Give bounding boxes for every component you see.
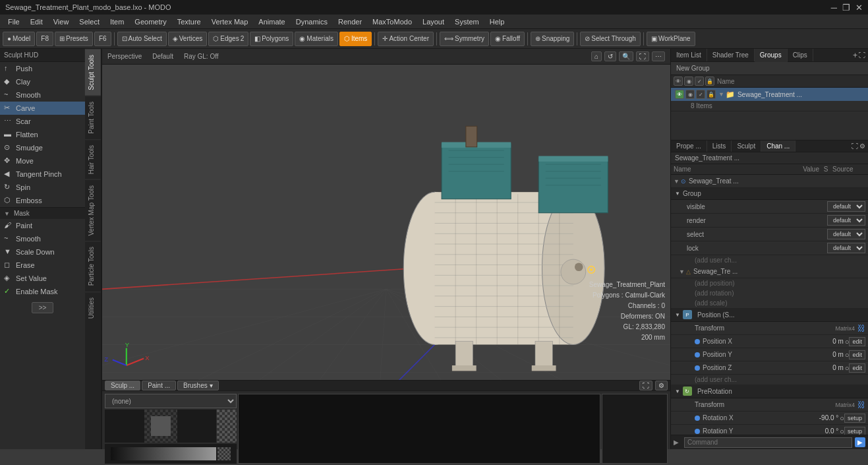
expand-cmd-icon[interactable]: ▶ (674, 439, 679, 446)
props-settings-btn[interactable]: ⚙ (859, 142, 865, 150)
snapping-btn[interactable]: ⊕ Snapping (531, 32, 574, 46)
symmetry-btn[interactable]: ⟺ Symmetry (440, 32, 489, 46)
close-btn[interactable]: ✕ (855, 3, 863, 13)
none-select[interactable]: (none) (105, 394, 237, 408)
prop-visible-dropdown[interactable]: default (827, 201, 865, 212)
tool-carve[interactable]: ✂ Carve (0, 102, 85, 115)
bottom-expand-btn[interactable]: ⛶ (639, 381, 652, 390)
menu-select[interactable]: Select (74, 16, 105, 27)
sewage-tre-row[interactable]: ▼ △ Sewage_Tre ... (671, 265, 868, 278)
prop-rot-x[interactable]: Rotation X -90.0 ° ○ setup (671, 412, 868, 425)
tab-shader-tree[interactable]: Shader Tree (707, 49, 755, 61)
menu-system[interactable]: System (449, 16, 484, 27)
item-sel-icon[interactable]: ✓ (696, 90, 705, 99)
props-expand-btn[interactable]: ⛶ (852, 142, 858, 150)
props-tab-sculpt[interactable]: Sculpt (732, 140, 761, 152)
tool-smooth[interactable]: ~ Smooth (0, 88, 85, 102)
vert-tab-utilities[interactable]: Utilities (85, 292, 101, 324)
falloff-btn[interactable]: ◉ Falloff (490, 32, 525, 46)
prop-pos-x[interactable]: Position X 0 m ○ edit (671, 335, 868, 348)
tool-move[interactable]: ✥ Move (0, 154, 85, 168)
menu-maxtomodo[interactable]: MaxToModo (367, 16, 417, 27)
add-scale[interactable]: (add scale) (671, 298, 868, 308)
menu-render[interactable]: Render (333, 16, 367, 27)
prop-pos-y[interactable]: Position Y 0 m ○ edit (671, 348, 868, 361)
props-tab-properties[interactable]: Prope ... (671, 140, 707, 152)
expand-right-btn[interactable]: ⛶ (859, 51, 865, 59)
mask-toggle-arrow[interactable]: ▼ (4, 210, 10, 217)
vp-refresh-btn[interactable]: ↺ (604, 51, 616, 61)
prop-lock-dropdown[interactable]: default (827, 243, 865, 253)
props-tab-channels[interactable]: Chan ... (761, 140, 796, 152)
model-mode-btn[interactable]: ● Model (3, 32, 35, 46)
menu-view[interactable]: View (48, 16, 74, 27)
prop-pos-z[interactable]: Position Z 0 m ○ edit (671, 361, 868, 375)
select-through-btn[interactable]: ⊘ Select Through (580, 32, 641, 46)
prop-render[interactable]: render default (671, 214, 868, 228)
tool-flatten[interactable]: ▬ Flatten (0, 128, 85, 141)
f8-btn[interactable]: F8 (36, 32, 53, 46)
pos-z-edit-btn[interactable]: edit (849, 363, 865, 373)
viewport-3d[interactable]: Perspective Default Ray GL: Off ⌂ ↺ 🔍 ⛶ … (102, 49, 670, 380)
group-add-user-ch[interactable]: (add user ch... (671, 255, 868, 265)
command-input[interactable] (684, 437, 852, 448)
pos-add-user-ch[interactable]: (add user ch... (671, 375, 868, 385)
presets-btn[interactable]: ⊞ Presets (55, 32, 93, 46)
vert-tab-sculpt-tools[interactable]: Sculpt Tools (85, 49, 101, 96)
menu-item[interactable]: Item (105, 16, 129, 27)
maximize-btn[interactable]: ❐ (842, 3, 850, 13)
tree-root-arrow[interactable]: ▼ (674, 178, 680, 185)
vp-more-btn[interactable]: ⋯ (652, 51, 665, 61)
item-lock-icon[interactable]: 🔒 (707, 90, 716, 99)
vert-tab-vertex-map-tools[interactable]: Vertex Map Tools (85, 179, 101, 241)
menu-texture[interactable]: Texture (172, 16, 206, 27)
menu-vertex-map[interactable]: Vertex Map (206, 16, 254, 27)
vp-home-btn[interactable]: ⌂ (591, 51, 602, 61)
rot-x-setup-btn[interactable]: setup (844, 414, 865, 423)
menu-animate[interactable]: Animate (253, 16, 290, 27)
prerotation-section[interactable]: ▼ ↻ PreRotation (671, 385, 868, 398)
rot-y-setup-btn[interactable]: setup (844, 427, 865, 435)
polygons-btn[interactable]: ◧ Polygons (250, 32, 293, 46)
prop-lock[interactable]: lock default (671, 241, 868, 255)
vert-tab-paint-tools[interactable]: Paint Tools (85, 96, 101, 139)
pos-x-edit-btn[interactable]: edit (849, 337, 865, 346)
action-center-btn[interactable]: ✛ Action Center (378, 32, 434, 46)
add-tab-btn[interactable]: + (853, 51, 857, 60)
tool-mask-paint[interactable]: 🖌 Paint (0, 219, 85, 232)
menu-layout[interactable]: Layout (417, 16, 449, 27)
tab-clips[interactable]: Clips (788, 49, 813, 61)
vis-sel-btn[interactable]: ✓ (695, 77, 704, 86)
prop-render-dropdown[interactable]: default (827, 215, 865, 226)
menu-edit[interactable]: Edit (25, 16, 48, 27)
position-section[interactable]: ▼ P Position (S... (671, 308, 868, 322)
tool-smudge[interactable]: ⊙ Smudge (0, 141, 85, 154)
auto-select-btn[interactable]: ⊡ Auto Select (117, 32, 167, 46)
tool-clay[interactable]: ◆ Clay (0, 75, 85, 88)
tab-item-list[interactable]: Item List (671, 49, 707, 61)
prop-select[interactable]: select default (671, 228, 868, 241)
tool-tangent-pinch[interactable]: ◀ Tangent Pinch (0, 168, 85, 181)
tool-push[interactable]: ↑ Push (0, 62, 85, 75)
pos-y-edit-btn[interactable]: edit (849, 350, 865, 359)
vertices-btn[interactable]: ◈ Vertices (168, 32, 208, 46)
tool-spin[interactable]: ↻ Spin (0, 181, 85, 194)
items-btn[interactable]: ⬡ Items (339, 32, 372, 46)
tool-scar[interactable]: ⋯ Scar (0, 115, 85, 128)
menu-file[interactable]: File (3, 16, 25, 27)
f6-btn[interactable]: F6 (94, 32, 111, 46)
tool-enable-mask[interactable]: ✓ Enable Mask (0, 285, 85, 298)
tool-scale-down[interactable]: ▼ Scale Down (0, 245, 85, 259)
item-render-icon[interactable]: ◉ (685, 90, 695, 99)
tool-erase[interactable]: ◻ Erase (0, 259, 85, 272)
props-tab-lists[interactable]: Lists (707, 140, 732, 152)
bottom-settings-btn[interactable]: ⚙ (655, 381, 668, 390)
minimize-btn[interactable]: ─ (831, 3, 837, 13)
group-section[interactable]: ▼ Group (671, 188, 868, 200)
sculpt-tab[interactable]: Sculp ... (105, 381, 140, 390)
prop-select-dropdown[interactable]: default (827, 229, 865, 239)
tab-groups[interactable]: Groups (755, 49, 788, 62)
add-rotation[interactable]: (add rotation) (671, 288, 868, 298)
vis-eye-btn[interactable]: 👁 (674, 77, 683, 86)
menu-geometry[interactable]: Geometry (129, 16, 171, 27)
